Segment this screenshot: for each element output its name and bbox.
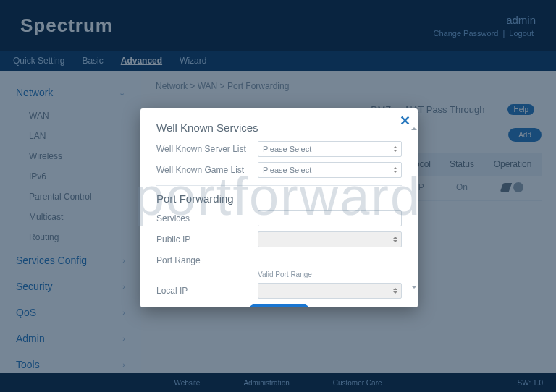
footer-version: SW: 1.0 bbox=[518, 379, 543, 387]
footer-administration[interactable]: Administration bbox=[243, 379, 289, 387]
services-label: Services bbox=[156, 213, 258, 223]
close-icon[interactable]: ✕ bbox=[400, 113, 410, 129]
port-forwarding-modal: ✕ Well Known Services Well Known Server … bbox=[140, 108, 418, 307]
public-ip-input[interactable] bbox=[258, 231, 402, 247]
local-ip-input[interactable] bbox=[258, 283, 402, 299]
confirm-button[interactable]: Confirm bbox=[248, 304, 310, 307]
server-list-label: Well Known Server List bbox=[156, 144, 258, 154]
footer: Website Administration Customer Care SW:… bbox=[0, 373, 556, 392]
server-list-select[interactable]: Please Select bbox=[258, 141, 402, 157]
port-range-hint[interactable]: Valid Port Range bbox=[258, 270, 402, 278]
port-range-label: Port Range bbox=[156, 255, 258, 265]
footer-customer-care[interactable]: Customer Care bbox=[333, 379, 382, 387]
services-input[interactable] bbox=[258, 210, 402, 226]
local-ip-label: Local IP bbox=[156, 286, 258, 296]
modal-section-title: Port Forwarding bbox=[156, 185, 402, 205]
game-list-label: Well Known Game List bbox=[156, 165, 258, 175]
modal-section-title: Well Known Services bbox=[156, 122, 402, 134]
game-list-select[interactable]: Please Select bbox=[258, 162, 402, 178]
footer-website[interactable]: Website bbox=[174, 379, 200, 387]
public-ip-label: Public IP bbox=[156, 234, 258, 244]
scrollbar[interactable] bbox=[410, 124, 416, 291]
